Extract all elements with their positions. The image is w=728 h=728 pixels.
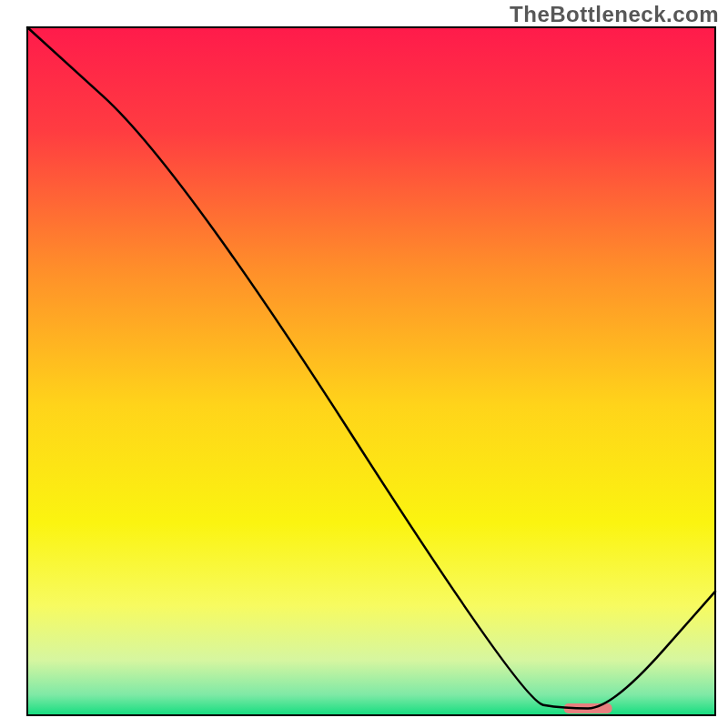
gradient-background: [27, 27, 715, 715]
chart-container: TheBottleneck.com: [0, 0, 728, 728]
plot-area: [27, 27, 715, 715]
bottleneck-chart: [0, 0, 728, 728]
